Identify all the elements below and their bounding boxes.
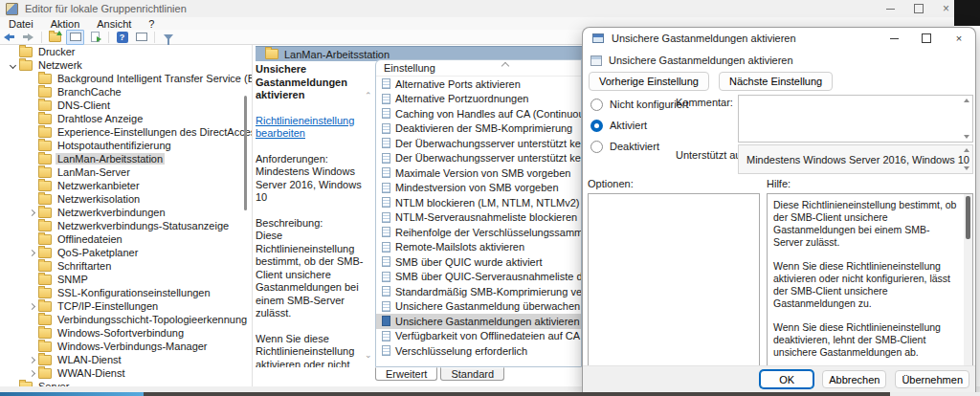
tree-item-background-intelligent-transfer-service-bits[interactable]: Background Intelligent Transfer Service … <box>0 72 252 85</box>
setting-row-unsichere-gastanmeldungen-aktivieren[interactable]: Unsichere Gastanmeldungen aktivieren <box>376 314 581 329</box>
tree-item-netzwerkverbindungen[interactable]: Netzwerkverbindungen <box>0 206 252 219</box>
tree-item-lanman-arbeitsstation[interactable]: LanMan-Arbeitsstation <box>0 152 252 165</box>
tree-item-netzwerkisolation[interactable]: Netzwerkisolation <box>0 192 252 206</box>
menu-ansicht[interactable]: Ansicht <box>88 18 140 30</box>
cancel-button[interactable]: Abbrechen <box>822 370 886 388</box>
comment-textarea[interactable] <box>738 95 973 143</box>
radio-button-icon[interactable] <box>590 99 603 111</box>
show-console-tree-icon[interactable] <box>66 30 84 45</box>
ok-button[interactable]: OK <box>760 370 813 388</box>
radio-deaktiviert[interactable]: Deaktiviert <box>590 139 689 154</box>
settings-column-header[interactable]: Einstellung <box>376 60 581 77</box>
tree-item-offlinedateien[interactable]: Offlinedateien <box>0 232 252 246</box>
console-pane-icon[interactable] <box>133 31 149 44</box>
setting-row-remote-mailslots-aktivieren[interactable]: Remote-Mailslots aktivieren <box>376 240 581 255</box>
chevron-right-icon[interactable] <box>25 371 38 376</box>
dialog-setting-name: Unsichere Gastanmeldungen aktivieren <box>609 55 793 66</box>
setting-row-smb-ber-quic-wurde-aktiviert[interactable]: SMB über QUIC wurde aktiviert <box>376 254 581 270</box>
filter-icon[interactable] <box>160 31 176 44</box>
setting-row-der-berwachungsserver-unterst-tzt-keine-verschl-s[interactable]: Der Überwachungsserver unterstützt keine… <box>376 151 581 166</box>
apply-button[interactable]: Übernehmen <box>895 370 969 388</box>
scroll-down-icon[interactable] <box>964 166 969 170</box>
setting-row-ntlm-serverausnahmeliste-blockieren[interactable]: NTLM-Serverausnahmeliste blockieren <box>376 210 581 226</box>
setting-icon <box>382 272 390 282</box>
folder-icon <box>38 221 52 231</box>
tree-scrollbar-thumb[interactable] <box>244 96 247 210</box>
tree-item-ssl-konfigurationseinstellungen[interactable]: SSL-Konfigurationseinstellungen <box>0 286 252 299</box>
tree-item-wwan-dienst[interactable]: WWAN-Dienst <box>0 366 252 380</box>
menu-aktion[interactable]: Aktion <box>42 18 89 30</box>
radio-aktiviert[interactable]: Aktiviert <box>590 118 689 133</box>
tree-item-lanman-server[interactable]: LanMan-Server <box>0 165 252 179</box>
setting-row-unsichere-gastanmeldung-berwachen[interactable]: Unsichere Gastanmeldung überwachen <box>376 299 581 315</box>
radio-button-icon[interactable] <box>590 120 603 132</box>
help-scrollbar-thumb[interactable] <box>966 196 970 239</box>
tree-item-windows-sofortverbindung[interactable]: Windows-Sofortverbindung <box>0 326 252 340</box>
setting-row-mindestversion-von-smb-vorgeben[interactable]: Mindestversion von SMB vorgeben <box>376 181 581 196</box>
chevron-down-icon[interactable] <box>6 63 19 68</box>
tree-item-windows-verbindungs-manager[interactable]: Windows-Verbindungs-Manager <box>0 340 252 353</box>
minimize-icon[interactable] <box>886 9 895 10</box>
tree-item-netzwerkverbindungs-statusanzeige[interactable]: Netzwerkverbindungs-Statusanzeige <box>0 219 252 232</box>
tree-item-tcp-ip-einstellungen[interactable]: TCP/IP-Einstellungen <box>0 299 252 313</box>
setting-row-alternative-portzuordnungen[interactable]: Alternative Portzuordnungen <box>376 92 581 107</box>
chevron-right-icon[interactable] <box>25 358 38 363</box>
tree-item-wlan-dienst[interactable]: WLAN-Dienst <box>0 353 252 366</box>
tree-item-server[interactable]: Server <box>0 380 252 386</box>
setting-row-reihenfolge-der-verschl-sselungssammlungen[interactable]: Reihenfolge der Verschlüsselungssammlung… <box>376 225 581 240</box>
close-icon[interactable]: × <box>943 3 949 14</box>
setting-row-caching-von-handles-auf-ca-continuous-availability[interactable]: Caching von Handles auf CA (Continuous A… <box>376 106 581 121</box>
folder-icon <box>38 248 52 258</box>
tree-item-netzwerk[interactable]: Netzwerk <box>0 58 252 72</box>
chevron-right-icon[interactable] <box>25 210 38 215</box>
setting-row-maximale-version-von-smb-vorgeben[interactable]: Maximale Version von SMB vorgeben <box>376 165 581 181</box>
menu-datei[interactable]: Datei <box>0 18 42 30</box>
setting-row-ntlm-blockieren-lm-ntlm-ntlmv2[interactable]: NTLM blockieren (LM, NTLM, NTLMv2) <box>376 195 581 210</box>
radio-button-icon[interactable] <box>590 141 603 153</box>
tree-item-qos-paketplaner[interactable]: QoS-Paketplaner <box>0 246 252 259</box>
radio-nicht-konfiguriert[interactable]: Nicht konfiguriert <box>590 97 689 112</box>
edit-policy-link[interactable]: Richtlinieneinstellung bearbeiten <box>256 115 354 140</box>
scroll-down-icon[interactable] <box>964 135 969 139</box>
export-list-icon[interactable] <box>87 31 103 44</box>
menu-hilfe[interactable]: ? <box>140 18 163 30</box>
tree-item-netzwerkanbieter[interactable]: Netzwerkanbieter <box>0 179 252 192</box>
scroll-up-icon[interactable] <box>964 148 969 152</box>
tree-item-snmp[interactable]: SNMP <box>0 273 252 286</box>
dialog-maximize-icon[interactable] <box>910 28 943 49</box>
setting-label: Unsichere Gastanmeldungen aktivieren <box>395 316 580 327</box>
help-icon[interactable]: ? <box>114 31 130 44</box>
tree-item-verbindungsschicht-topologieerkennung[interactable]: Verbindungsschicht-Topologieerkennung <box>0 313 252 326</box>
chevron-right-icon[interactable] <box>25 251 38 255</box>
tree-item-drucker[interactable]: Drucker <box>0 45 252 58</box>
setting-icon <box>382 183 390 193</box>
tab-standard[interactable]: Standard <box>440 367 504 381</box>
settings-column-header-label: Einstellung <box>384 62 435 74</box>
tree-item-branchcache[interactable]: BranchCache <box>0 85 252 99</box>
back-icon[interactable] <box>1 31 17 44</box>
setting-row-verf-gbarkeit-von-offlinedateien-auf-ca-continuous[interactable]: Verfügbarkeit von Offlinedateien auf CA … <box>376 329 581 344</box>
setting-row-smb-ber-quic-serverausnahmeliste-deaktiviert[interactable]: SMB über QUIC-Serverausnahmeliste deakti… <box>376 270 581 285</box>
setting-row-verschl-sselung-erforderlich[interactable]: Verschlüsselung erforderlich <box>376 343 581 359</box>
help-scrollbar[interactable] <box>964 194 972 365</box>
forward-icon[interactable] <box>20 31 36 44</box>
dialog-close-icon[interactable]: × <box>943 28 975 49</box>
setting-row-der-berwachungsserver-unterst-tzt-keine-signierun[interactable]: Der Überwachungsserver unterstützt keine… <box>376 136 581 151</box>
scroll-up-icon[interactable] <box>964 99 969 102</box>
tree-item-experience-einstellungen-des-directaccess-clients[interactable]: Experience-Einstellungen des DirectAcces… <box>0 125 252 139</box>
previous-setting-button[interactable]: Vorherige Einstellung <box>589 72 709 91</box>
dialog-window-controls: × <box>878 28 975 49</box>
dialog-minimize-icon[interactable] <box>878 28 910 49</box>
tab-erweitert[interactable]: Erweitert <box>375 367 437 381</box>
setting-row-alternative-ports-aktivieren[interactable]: Alternative Ports aktivieren <box>376 77 581 92</box>
setting-row-standardm-ig-smb-komprimierung-verwenden[interactable]: Standardmäßig SMB-Komprimierung verwende… <box>376 284 581 299</box>
chevron-right-icon[interactable] <box>25 304 38 309</box>
next-setting-button[interactable]: Nächste Einstellung <box>719 72 833 91</box>
setting-row-deaktivieren-der-smb-komprimierung[interactable]: Deaktivieren der SMB-Komprimierung <box>376 121 581 137</box>
tree-item-hotspotauthentifizierung[interactable]: Hotspotauthentifizierung <box>0 139 252 152</box>
tree-item-schriftarten[interactable]: Schriftarten <box>0 259 252 273</box>
tree-item-drahtlose-anzeige[interactable]: Drahtlose Anzeige <box>0 112 252 125</box>
up-folder-icon[interactable] <box>47 31 63 44</box>
maximize-icon[interactable] <box>914 4 924 13</box>
tree-item-dns-client[interactable]: DNS-Client <box>0 99 252 112</box>
